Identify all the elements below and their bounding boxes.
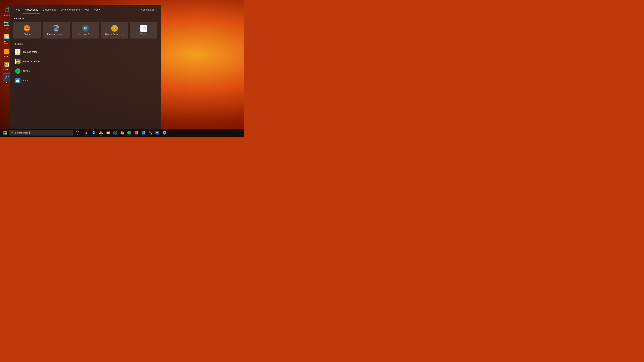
app-tile-english-label: English — [140, 33, 147, 36]
firefox-taskbar-icon: 🦊 — [99, 131, 103, 135]
recent-item-fotos[interactable]: 🏔 Fotos — [14, 76, 158, 85]
start-button[interactable] — [1, 129, 9, 136]
task-view-icon: ⧉ — [84, 131, 87, 135]
change-game-lan-tile-icon: ⚙️ — [111, 25, 118, 32]
desktop-icon-capt-label: capt — [5, 27, 8, 29]
svg-rect-2 — [3, 133, 5, 135]
imagerecovery-icon: 🖼️ — [3, 60, 11, 68]
svg-rect-1 — [5, 131, 7, 133]
app-tile-papelera-label: Papelera de recicl... — [47, 33, 65, 36]
desktop-icon-export-label: Expo...Light... — [4, 40, 9, 44]
search-overlay: Todo Aplicaciones Documentos Correo elec… — [10, 5, 161, 129]
app-tile-firefox-label: Firefox — [24, 33, 30, 36]
tab-web[interactable]: Web — [82, 7, 92, 12]
tab-correo[interactable]: Correo electronico — [58, 7, 82, 12]
ai-icon: Ai — [3, 74, 11, 82]
taskbar-icon-edge[interactable] — [90, 129, 97, 136]
panel-control-label: Panel de control — [23, 60, 40, 63]
svg-rect-3 — [5, 133, 7, 135]
english-tile-icon: 📄 — [140, 25, 148, 32]
app-tile-change-game-lan-label: Change Game Lan... — [105, 33, 124, 36]
taskbar-icon-word[interactable]: W — [154, 129, 161, 136]
frequent-section-header: Frecuente — [14, 17, 158, 20]
taskbar-search-text: aplicaciones: — [15, 132, 28, 134]
word-icon: W — [156, 131, 159, 135]
preset-icon: 🟧 — [3, 47, 11, 55]
desktop-icon-ai-label: Ai — [6, 82, 8, 84]
taskbar-icon-firefox[interactable]: 🦊 — [98, 129, 104, 136]
audacity-icon: 🎵 — [3, 6, 11, 14]
cortana-icon — [76, 131, 79, 135]
taskbar-icon-settings[interactable]: ⚙️ — [161, 129, 168, 136]
app-tile-firefox[interactable]: 🦊 Firefox — [14, 22, 40, 38]
tabs-right-controls: Comentarios ··· — [141, 8, 158, 11]
desktop-icon-audacity-label: audacity — [4, 14, 10, 16]
app-tile-english[interactable]: 📄 English — [130, 22, 157, 38]
taskbar-icon-chrome[interactable]: 🌐 — [112, 129, 118, 136]
taskbar-icon-app7[interactable]: 📕 — [133, 129, 140, 136]
recent-section-header: Reciente — [14, 42, 158, 45]
app-tile-papelera[interactable]: 🗑️ Papelera de recicl... — [42, 22, 70, 38]
tab-aplicaciones[interactable]: Aplicaciones — [22, 7, 40, 12]
firefox-tile-icon: 🦊 — [23, 25, 31, 32]
frequent-apps-grid: 🦊 Firefox 🗑️ Papelera de recicl... AC As… — [14, 22, 158, 38]
tab-mas[interactable]: Más ▾ — [92, 7, 103, 12]
bloc-notas-icon: ≡≡≡ — [15, 49, 21, 55]
papelera-tile-icon: 🗑️ — [52, 25, 60, 32]
spotify-taskbar-icon: ♪ — [127, 131, 131, 135]
capt-icon: 📷 — [3, 19, 11, 27]
chevron-down-icon: ▾ — [99, 8, 100, 11]
taskbar-icon-app9[interactable]: 🔧 — [147, 129, 154, 136]
cortana-button[interactable] — [74, 129, 81, 136]
edge-icon — [92, 131, 96, 135]
recent-item-panel-control[interactable]: 🖥 🔧 🔒 📶 Panel de control — [14, 57, 158, 66]
spotify-icon: ♪ — [15, 68, 21, 74]
task-view-button[interactable]: ⧉ — [82, 129, 89, 136]
app-tile-change-game-lan[interactable]: ⚙️ Change Game Lan... — [101, 22, 128, 38]
cursor-blink — [29, 132, 30, 134]
taskbar-icon-explorer[interactable]: 📁 — [105, 129, 111, 136]
spotify-label: Spotify — [23, 70, 30, 72]
recent-list: ≡≡≡ Bloc de notas 🖥 🔧 🔒 📶 Panel de contr… — [14, 47, 158, 85]
taskbar-app-icons: 🦊 📁 🌐 🛍️ ♪ 📕 📘 🔧 — [90, 129, 168, 136]
search-content: Frecuente 🦊 Firefox 🗑️ Papelera de recic… — [10, 14, 161, 129]
export-icon: 🌅 — [3, 32, 11, 40]
taskbar-icon-app8[interactable]: 📘 — [140, 129, 146, 136]
taskbar-icon-spotify[interactable]: ♪ — [126, 129, 132, 136]
taskbar-search[interactable]: 🔍 aplicaciones: — [10, 130, 73, 136]
tab-todo[interactable]: Todo — [13, 7, 22, 12]
more-options-button[interactable]: ··· — [156, 8, 158, 11]
recent-item-spotify[interactable]: ♪ Spotify — [14, 66, 158, 76]
app-tile-assassins-creed[interactable]: AC Assassin's Creed — [72, 22, 99, 38]
app7-icon: 📕 — [134, 131, 138, 135]
fotos-icon: 🏔 — [15, 78, 21, 84]
comentarios-button[interactable]: Comentarios — [141, 8, 154, 11]
app8-icon: 📘 — [141, 131, 146, 135]
fotos-label: Fotos — [23, 79, 29, 82]
taskbar: 🔍 aplicaciones: ⧉ 🦊 📁 🌐 — [0, 129, 244, 137]
svg-rect-0 — [3, 131, 5, 133]
panel-control-icon: 🖥 🔧 🔒 📶 — [15, 58, 21, 64]
assassins-creed-tile-icon: AC — [82, 25, 89, 32]
store-icon: 🛍️ — [120, 131, 124, 135]
app-tile-assassins-creed-label: Assassin's Creed — [78, 33, 93, 36]
chrome-icon: 🌐 — [113, 131, 117, 135]
taskbar-search-icon: 🔍 — [11, 131, 14, 134]
app9-icon: 🔧 — [148, 131, 152, 135]
desktop-icon-imagerecovery-label: ImageRe... — [3, 69, 11, 71]
recent-item-bloc-notas[interactable]: ≡≡≡ Bloc de notas — [14, 47, 158, 57]
settings-icon: ⚙️ — [162, 131, 166, 135]
explorer-icon: 📁 — [106, 131, 110, 135]
tab-bar: Todo Aplicaciones Documentos Correo elec… — [10, 5, 161, 14]
desktop-icon-preset-label: Prese... — [4, 56, 10, 57]
taskbar-icon-store[interactable]: 🛍️ — [119, 129, 126, 136]
windows-logo-icon — [3, 131, 7, 135]
bloc-notas-label: Bloc de notas — [23, 51, 38, 53]
tab-documentos[interactable]: Documentos — [40, 7, 58, 12]
